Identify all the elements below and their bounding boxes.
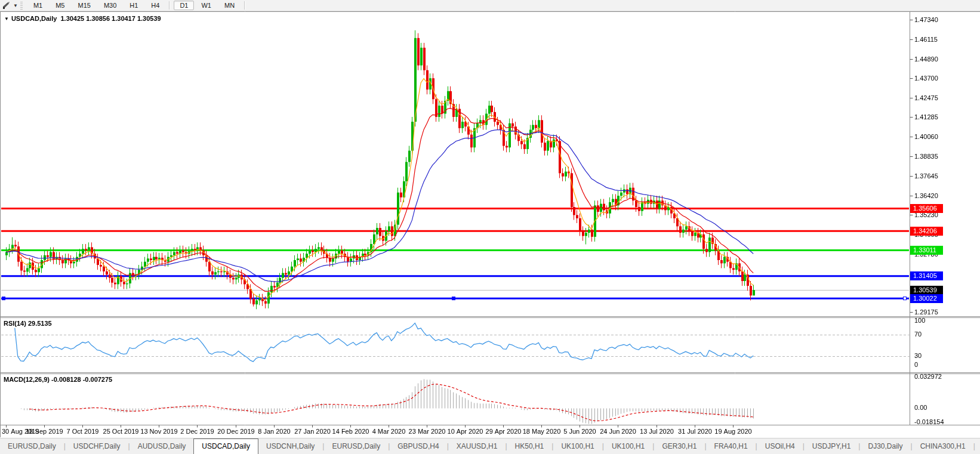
timeframe-button-h4[interactable]: H4 <box>145 1 165 10</box>
timeframe-button-w1[interactable]: W1 <box>195 1 217 10</box>
level-price-badge-1.34206: 1.34206 <box>910 227 943 236</box>
chart-tab-uk100-9[interactable]: UK100,H1 <box>553 438 602 454</box>
chart-title: ▼USDCAD,Daily 1.30425 1.30856 1.30417 1.… <box>4 15 161 22</box>
price-chart-canvas[interactable] <box>0 11 980 438</box>
chart-tab-fra40-12[interactable]: FRA40,H1 <box>707 438 756 454</box>
timeframe-button-mn[interactable]: MN <box>218 1 241 10</box>
timeframe-button-m5[interactable]: M5 <box>50 1 70 10</box>
bid-price-badge: 1.30539 <box>910 286 943 295</box>
timeframe-button-h1[interactable]: H1 <box>124 1 144 10</box>
level-price-badge-1.35606: 1.35606 <box>910 204 943 213</box>
level-price-badge-1.33011: 1.33011 <box>910 246 943 255</box>
toolbar: ▼ M1M5M15M30H1H4D1W1MN <box>0 0 980 11</box>
toolbar-grip[interactable] <box>20 2 23 10</box>
chart-tab-usdcad-3[interactable]: USDCAD,Daily <box>193 438 258 454</box>
chart-tab-dj30-15[interactable]: DJ30,Daily <box>860 438 910 454</box>
level-price-badge-1.31405: 1.31405 <box>910 271 943 280</box>
chart-tab-hk50-8[interactable]: HK50,H1 <box>507 438 552 454</box>
chart-tab-usoil-17[interactable]: USOil,H1 <box>975 438 980 454</box>
chart-tab-audusd-2[interactable]: AUDUSD,Daily <box>130 438 194 454</box>
level-price-badge-1.30022: 1.30022 <box>910 294 943 303</box>
chevron-down-icon[interactable]: ▼ <box>13 3 18 8</box>
timeframe-button-m1[interactable]: M1 <box>27 1 48 10</box>
chart-tab-usoil-13[interactable]: USOil,H4 <box>757 438 803 454</box>
timeframe-button-d1[interactable]: D1 <box>174 1 194 10</box>
chart-tab-usdjpy-14[interactable]: USDJPY,H1 <box>805 438 858 454</box>
timeframe-button-m30[interactable]: M30 <box>98 1 122 10</box>
chart-tab-xauusd-7[interactable]: XAUUSD,H1 <box>449 438 506 454</box>
toolbar-separator <box>169 1 170 10</box>
chart-title-ohlc: 1.30425 1.30856 1.30417 1.30539 <box>60 15 161 22</box>
chart-tab-usdchf-1[interactable]: USDCHF,Daily <box>66 438 128 454</box>
chart-region: ▼USDCAD,Daily 1.30425 1.30856 1.30417 1.… <box>0 11 980 438</box>
chart-tab-ger30-11[interactable]: GER30,H1 <box>654 438 704 454</box>
timeframe-button-m15[interactable]: M15 <box>72 1 96 10</box>
collapse-arrow-icon[interactable]: ▼ <box>4 16 9 21</box>
chart-tab-bar: EURUSD,Daily|USDCHF,Daily|AUDUSD,DailyUS… <box>0 438 980 454</box>
chart-cursor-icon[interactable] <box>0 2 12 10</box>
toolbar-separator <box>244 1 245 10</box>
chart-tab-eurusd-0[interactable]: EURUSD,Daily <box>0 438 64 454</box>
chart-tab-usdcnh-4[interactable]: USDCNH,Daily <box>258 438 322 454</box>
rsi-label: RSI(14) 29.5135 <box>4 320 52 327</box>
chart-tab-uk100-10[interactable]: UK100,H1 <box>604 438 652 454</box>
chart-title-symbol: USDCAD,Daily <box>11 15 57 22</box>
chart-tab-eurusd-5[interactable]: EURUSD,Daily <box>324 438 388 454</box>
chart-tab-gbpusd-6[interactable]: GBPUSD,H4 <box>390 438 446 454</box>
chart-tab-china300-16[interactable]: CHINA300,H1 <box>913 438 973 454</box>
macd-label: MACD(12,26,9) -0.008128 -0.007275 <box>4 376 112 383</box>
